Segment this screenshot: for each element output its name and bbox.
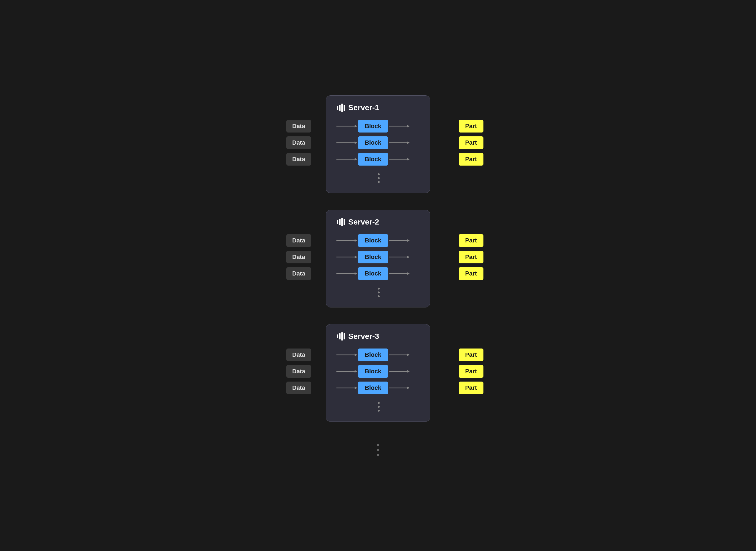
arrow-block-to-part: [388, 123, 410, 129]
svg-marker-33: [355, 387, 357, 389]
block-box-1-2: Block: [358, 136, 388, 149]
arrow-block-to-part: [388, 237, 410, 244]
svg-marker-19: [407, 256, 410, 258]
svg-marker-15: [407, 239, 410, 242]
svg-marker-5: [355, 141, 357, 144]
row-wrapper-1-2: Data Block Part: [336, 136, 420, 149]
server-header-3: Server-3: [336, 332, 420, 341]
arrow-block-to-part: [388, 156, 410, 162]
part-box-3-1: Part: [459, 349, 483, 361]
data-box-2-3: Data: [286, 267, 311, 280]
server-block-1: Server-1Data Block PartData Block PartDa…: [326, 95, 430, 193]
arrow-block-to-part: [388, 270, 410, 277]
svg-marker-27: [407, 354, 410, 356]
part-box-2-3: Part: [459, 267, 483, 280]
server-header-1: Server-1: [336, 103, 420, 112]
arrow-block-to-part: [388, 385, 410, 391]
row-container-1: Data Block PartData Block PartData Block…: [336, 120, 420, 169]
arrow-data-to-block: [336, 270, 358, 277]
block-box-3-2: Block: [358, 365, 388, 378]
block-box-2-1: Block: [358, 234, 388, 247]
server-group-1: Server-1Data Block PartData Block PartDa…: [326, 95, 430, 193]
bottom-continuation-dots: [377, 444, 379, 456]
row-container-2: Data Block PartData Block PartData Block…: [336, 234, 420, 284]
arrow-data-to-block: [336, 368, 358, 375]
data-box-2-1: Data: [286, 234, 311, 247]
block-box-2-3: Block: [358, 267, 388, 280]
arrow-data-to-block: [336, 385, 358, 391]
server-title-2: Server-2: [348, 218, 379, 226]
arrow-block-to-part: [388, 368, 410, 375]
row-wrapper-2-2: Data Block Part: [336, 251, 420, 263]
server-inner-dots: [336, 288, 420, 297]
row-wrapper-2-1: Data Block Part: [336, 234, 420, 247]
server-inner-dots: [336, 173, 420, 183]
row-container-3: Data Block PartData Block PartData Block…: [336, 349, 420, 398]
server-title-1: Server-1: [348, 103, 379, 112]
server-inner-dots: [336, 402, 420, 412]
data-box-1-2: Data: [286, 136, 311, 149]
svg-marker-13: [355, 239, 357, 242]
part-box-1-1: Part: [459, 120, 483, 132]
part-box-1-3: Part: [459, 153, 483, 165]
svg-marker-9: [355, 158, 357, 161]
svg-marker-17: [355, 256, 357, 258]
data-box-1-1: Data: [286, 120, 311, 132]
data-box-1-3: Data: [286, 153, 311, 165]
part-box-3-2: Part: [459, 365, 483, 378]
data-box-3-2: Data: [286, 365, 311, 378]
svg-marker-7: [407, 141, 410, 144]
server-icon: [337, 218, 345, 226]
svg-marker-1: [355, 125, 357, 127]
arrow-data-to-block: [336, 139, 358, 146]
part-box-3-3: Part: [459, 382, 483, 394]
arrow-data-to-block: [336, 254, 358, 260]
row-wrapper-3-1: Data Block Part: [336, 349, 420, 361]
arrow-data-to-block: [336, 352, 358, 358]
row-wrapper-1-3: Data Block Part: [336, 153, 420, 165]
data-box-3-3: Data: [286, 382, 311, 394]
server-title-3: Server-3: [348, 332, 379, 341]
part-box-2-2: Part: [459, 251, 483, 263]
block-box-3-1: Block: [358, 349, 388, 361]
server-group-3: Server-3Data Block PartData Block PartDa…: [326, 324, 430, 422]
arrow-data-to-block: [336, 123, 358, 129]
svg-marker-21: [355, 272, 357, 275]
arrow-data-to-block: [336, 237, 358, 244]
server-block-2: Server-2Data Block PartData Block PartDa…: [326, 210, 430, 308]
block-box-2-2: Block: [358, 251, 388, 263]
svg-marker-3: [407, 125, 410, 127]
row-wrapper-2-3: Data Block Part: [336, 267, 420, 280]
svg-marker-29: [355, 370, 357, 373]
svg-marker-25: [355, 354, 357, 356]
row-wrapper-1-1: Data Block Part: [336, 120, 420, 132]
server-icon: [337, 104, 345, 112]
server-group-2: Server-2Data Block PartData Block PartDa…: [326, 210, 430, 308]
arrow-data-to-block: [336, 156, 358, 162]
part-box-1-2: Part: [459, 136, 483, 149]
server-header-2: Server-2: [336, 218, 420, 226]
block-box-3-3: Block: [358, 382, 388, 394]
server-block-3: Server-3Data Block PartData Block PartDa…: [326, 324, 430, 422]
part-box-2-1: Part: [459, 234, 483, 247]
arrow-block-to-part: [388, 352, 410, 358]
svg-marker-11: [407, 158, 410, 161]
server-icon: [337, 332, 345, 341]
arrow-block-to-part: [388, 139, 410, 146]
svg-marker-31: [407, 370, 410, 373]
data-box-2-2: Data: [286, 251, 311, 263]
svg-marker-35: [407, 387, 410, 389]
diagram: Server-1Data Block PartData Block PartDa…: [326, 95, 430, 456]
row-wrapper-3-3: Data Block Part: [336, 382, 420, 394]
svg-marker-23: [407, 272, 410, 275]
data-box-3-1: Data: [286, 349, 311, 361]
row-wrapper-3-2: Data Block Part: [336, 365, 420, 378]
block-box-1-3: Block: [358, 153, 388, 165]
block-box-1-1: Block: [358, 120, 388, 132]
arrow-block-to-part: [388, 254, 410, 260]
